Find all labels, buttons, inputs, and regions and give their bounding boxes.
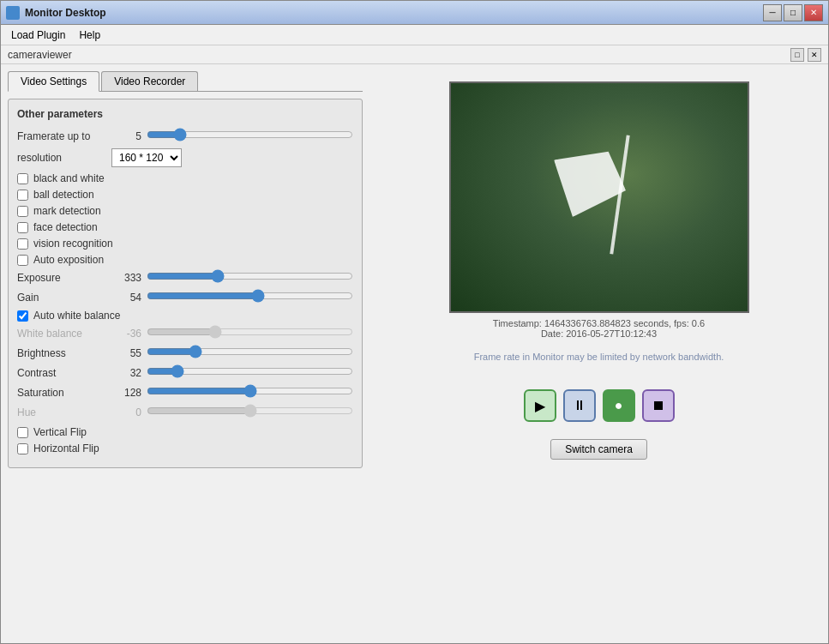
brightness-slider[interactable] bbox=[147, 346, 353, 358]
window-controls: ─ □ ✕ bbox=[763, 4, 823, 21]
checkbox-vflip-label: Vertical Flip bbox=[33, 426, 87, 438]
network-notice: Frame rate in Monitor may be limited by … bbox=[474, 351, 724, 364]
checkbox-bw-label: black and white bbox=[33, 172, 105, 184]
camera-feed bbox=[449, 81, 749, 313]
framerate-row: Framerate up to 5 bbox=[17, 129, 353, 143]
status-icon-1[interactable]: □ bbox=[790, 48, 804, 62]
checkbox-face-row: face detection bbox=[17, 221, 353, 233]
panel-title: Other parameters bbox=[17, 108, 353, 120]
controls-row: ▶ ⏸ ● ⏹ bbox=[524, 389, 675, 422]
app-name-label: cameraviewer bbox=[8, 49, 72, 61]
saturation-slider[interactable] bbox=[147, 385, 353, 397]
play-button[interactable]: ▶ bbox=[524, 389, 556, 422]
resolution-row: resolution 160 * 120 320 * 240 640 * 480 bbox=[17, 148, 353, 167]
checkbox-vflip[interactable] bbox=[17, 427, 28, 438]
app-statusbar: cameraviewer □ ✕ bbox=[1, 45, 828, 64]
checkbox-hflip-row: Horizontal Flip bbox=[17, 442, 353, 454]
framerate-value: 5 bbox=[111, 130, 141, 142]
checkbox-face[interactable] bbox=[17, 222, 28, 233]
hue-label: Hue bbox=[17, 406, 111, 418]
hue-row: Hue 0 bbox=[17, 405, 353, 419]
checkbox-vision[interactable] bbox=[17, 238, 28, 250]
contrast-label: Contrast bbox=[17, 367, 111, 379]
checkbox-autoexp-label: Auto exposition bbox=[33, 254, 104, 266]
left-panel: Video Settings Video Recorder Other para… bbox=[1, 64, 369, 643]
framerate-slider[interactable] bbox=[147, 129, 353, 141]
stop-icon: ⏹ bbox=[652, 398, 665, 413]
timestamp-line2: Date: 2016-05-27T10:12:43 bbox=[493, 328, 705, 339]
checkbox-awb[interactable] bbox=[17, 310, 28, 322]
network-text: Frame rate in Monitor may be limited by … bbox=[474, 351, 724, 364]
record-icon: ● bbox=[615, 398, 623, 413]
app-icon bbox=[6, 6, 20, 20]
checkbox-ball[interactable] bbox=[17, 190, 28, 201]
checkbox-hflip[interactable] bbox=[17, 443, 28, 454]
checkbox-mark[interactable] bbox=[17, 206, 28, 217]
white-balance-slider bbox=[147, 326, 353, 338]
checkbox-vision-row: vision recognition bbox=[17, 238, 353, 250]
resolution-label: resolution bbox=[17, 152, 111, 164]
saturation-row: Saturation 128 bbox=[17, 385, 353, 400]
gain-row: Gain 54 bbox=[17, 290, 353, 304]
menu-load-plugin[interactable]: Load Plugin bbox=[4, 27, 72, 43]
contrast-slider[interactable] bbox=[147, 365, 353, 377]
brightness-row: Brightness 55 bbox=[17, 346, 353, 360]
title-bar: Monitor Desktop ─ □ ✕ bbox=[1, 1, 828, 25]
checkbox-ball-label: ball detection bbox=[33, 189, 94, 201]
contrast-value: 32 bbox=[111, 367, 141, 379]
gain-label: Gain bbox=[17, 292, 111, 304]
status-icon-2[interactable]: ✕ bbox=[808, 48, 821, 62]
checkbox-hflip-label: Horizontal Flip bbox=[33, 442, 99, 454]
play-icon: ▶ bbox=[535, 398, 545, 414]
record-button[interactable]: ● bbox=[603, 389, 635, 422]
gain-value: 54 bbox=[111, 292, 141, 304]
pause-button[interactable]: ⏸ bbox=[563, 389, 596, 422]
checkbox-mark-label: mark detection bbox=[33, 205, 101, 217]
timestamp-line1: Timestamp: 1464336763.884823 seconds, fp… bbox=[493, 318, 705, 328]
checkbox-vflip-row: Vertical Flip bbox=[17, 426, 353, 438]
white-balance-row: White balance -36 bbox=[17, 326, 353, 340]
settings-panel: Other parameters Framerate up to 5 resol… bbox=[8, 99, 363, 468]
pause-icon: ⏸ bbox=[573, 398, 586, 413]
gain-slider[interactable] bbox=[147, 290, 353, 302]
exposure-row: Exposure 333 bbox=[17, 270, 353, 285]
framerate-label: Framerate up to bbox=[17, 130, 111, 142]
maximize-button[interactable]: □ bbox=[784, 4, 802, 21]
checkbox-bw[interactable] bbox=[17, 173, 28, 184]
window-title: Monitor Desktop bbox=[25, 7, 106, 19]
switch-camera-button[interactable]: Switch camera bbox=[550, 439, 647, 460]
exposure-value: 333 bbox=[111, 272, 141, 284]
contrast-row: Contrast 32 bbox=[17, 365, 353, 380]
white-balance-label: White balance bbox=[17, 328, 111, 340]
saturation-label: Saturation bbox=[17, 387, 111, 399]
white-balance-value: -36 bbox=[111, 328, 141, 340]
checkbox-awb-label: Auto white balance bbox=[33, 310, 120, 322]
saturation-value: 128 bbox=[111, 387, 141, 399]
checkbox-awb-row: Auto white balance bbox=[17, 310, 353, 322]
menu-help[interactable]: Help bbox=[72, 27, 107, 43]
tab-video-recorder[interactable]: Video Recorder bbox=[101, 71, 198, 91]
minimize-button[interactable]: ─ bbox=[763, 4, 782, 21]
checkbox-mark-row: mark detection bbox=[17, 205, 353, 217]
right-panel: Timestamp: 1464336763.884823 seconds, fp… bbox=[369, 64, 828, 643]
resolution-select[interactable]: 160 * 120 320 * 240 640 * 480 bbox=[111, 148, 182, 167]
hue-value: 0 bbox=[111, 406, 141, 418]
menubar: Load Plugin Help bbox=[1, 25, 828, 45]
exposure-label: Exposure bbox=[17, 272, 111, 284]
close-button[interactable]: ✕ bbox=[804, 4, 823, 21]
brightness-label: Brightness bbox=[17, 347, 111, 359]
checkbox-autoexp[interactable] bbox=[17, 255, 28, 266]
checkbox-ball-row: ball detection bbox=[17, 189, 353, 201]
brightness-value: 55 bbox=[111, 347, 141, 359]
exposure-slider[interactable] bbox=[147, 270, 353, 282]
tab-bar: Video Settings Video Recorder bbox=[8, 71, 363, 92]
checkbox-face-label: face detection bbox=[33, 221, 98, 233]
checkbox-autoexp-row: Auto exposition bbox=[17, 254, 353, 266]
timestamp-area: Timestamp: 1464336763.884823 seconds, fp… bbox=[493, 318, 705, 339]
tab-video-settings[interactable]: Video Settings bbox=[8, 71, 99, 92]
hue-slider bbox=[147, 405, 353, 417]
stop-button[interactable]: ⏹ bbox=[642, 389, 675, 422]
checkbox-bw-row: black and white bbox=[17, 172, 353, 184]
checkbox-vision-label: vision recognition bbox=[33, 238, 113, 250]
